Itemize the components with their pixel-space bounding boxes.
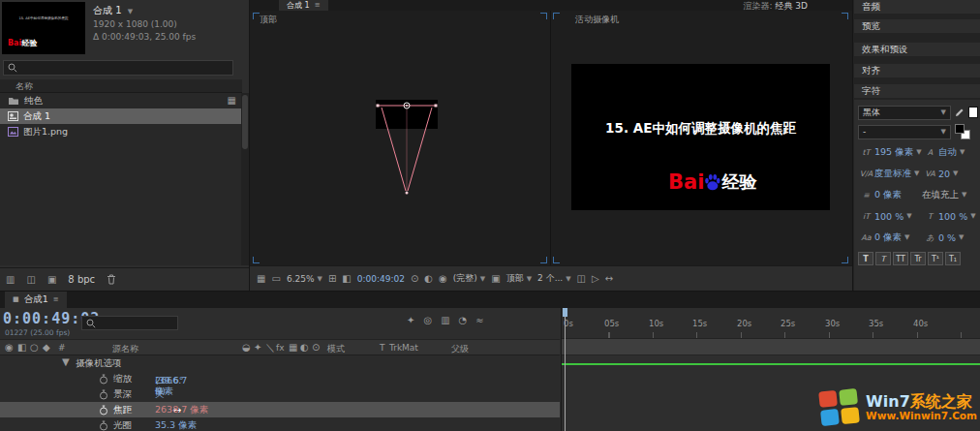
grid-guides-icon[interactable]: ⊞	[328, 274, 336, 284]
project-bit-depth[interactable]: 8 bpc	[68, 274, 95, 285]
project-search-input[interactable]	[21, 63, 215, 73]
stopwatch-icon[interactable]	[99, 420, 108, 431]
font-size-value[interactable]: 195 像素	[874, 146, 913, 159]
interpret-footage-icon[interactable]: ▥	[6, 275, 15, 285]
fill-stroke-swatches[interactable]	[955, 124, 970, 139]
time-ruler[interactable]: 0s 05s 10s 15s 20s 25s 30s 35s 40s	[562, 308, 980, 339]
property-row-aperture[interactable]: 光圈 35.3 像素	[0, 417, 560, 431]
property-value[interactable]: 35.3 像素	[155, 419, 197, 431]
list-item[interactable]: 纯色 ▦	[0, 93, 242, 108]
column-parent[interactable]: 父级	[451, 343, 469, 355]
eye-icon[interactable]: ◉	[5, 343, 14, 353]
column-trkmat[interactable]: TrkMat	[389, 343, 418, 353]
small-caps-toggle[interactable]: Tr	[910, 252, 926, 265]
property-value[interactable]: 关	[155, 388, 165, 401]
new-folder-icon[interactable]: ◫	[26, 275, 35, 285]
audio-icon[interactable]: ◧	[17, 343, 26, 353]
solo-icon[interactable]: ○	[30, 343, 39, 353]
resolution-select[interactable]: (完整)▼	[453, 272, 485, 285]
chevron-down-icon[interactable]: ▼	[128, 8, 133, 15]
current-time-indicator-head[interactable]	[563, 308, 567, 317]
eyedropper-icon[interactable]	[955, 108, 965, 117]
column-mode[interactable]: 模式	[327, 343, 345, 355]
horizontal-scale-value[interactable]: 100 %	[938, 211, 967, 222]
pixel-aspect-icon[interactable]: ◫	[577, 274, 586, 284]
frame-blending-icon[interactable]: ◔	[459, 316, 468, 325]
view-layout-select[interactable]: 2 个...▼	[537, 272, 571, 285]
property-row-dof[interactable]: 景深 关	[0, 386, 560, 402]
panel-tab-effects-presets[interactable]: 效果和预设	[854, 43, 980, 56]
panel-tab-character[interactable]: 字符	[854, 84, 980, 98]
panel-tab-preview[interactable]: 预览	[854, 19, 980, 33]
group-label[interactable]: 摄像机选项	[76, 357, 122, 370]
screen-mode-icon[interactable]: ▭	[271, 274, 280, 284]
column-index[interactable]: #	[58, 343, 66, 353]
column-t[interactable]: T	[380, 343, 385, 353]
fast-preview-icon[interactable]: ▷	[592, 274, 599, 284]
show-channel-icon[interactable]: ◉	[439, 274, 447, 284]
mask-visibility-icon[interactable]: ◧	[342, 274, 351, 284]
tracking-value[interactable]: 20	[938, 169, 950, 179]
subscript-toggle[interactable]: T₁	[945, 252, 961, 265]
superscript-toggle[interactable]: T¹	[928, 252, 943, 265]
font-family-select[interactable]: 黑体▼	[858, 106, 951, 120]
new-composition-icon[interactable]: ▣	[47, 275, 56, 285]
trash-icon[interactable]	[107, 274, 116, 285]
magnification-select[interactable]: 6.25%▼	[287, 274, 322, 284]
property-label[interactable]: 光圈	[113, 419, 132, 431]
list-item[interactable]: 合成 1	[0, 108, 242, 124]
panel-menu-icon[interactable]: ≡	[315, 2, 321, 9]
fill-color-swatch[interactable]	[968, 107, 978, 118]
font-style-select[interactable]: -▼	[858, 125, 951, 139]
composition-frame[interactable]: 15. AE中如何调整摄像机的焦距 Bai 经验	[571, 64, 830, 210]
stopwatch-icon[interactable]	[99, 405, 108, 416]
tab-timeline-composition[interactable]: ■ 合成1 ≡	[5, 292, 67, 308]
faux-italic-toggle[interactable]: T	[875, 252, 891, 265]
kerning-value[interactable]: 度量标准	[874, 168, 911, 180]
panel-tab-audio[interactable]: 音频	[854, 0, 980, 14]
name-column-header[interactable]: 名称	[15, 81, 33, 91]
motion-blur-icon[interactable]: ≈	[475, 316, 483, 325]
property-row-zoom[interactable]: 缩放 2666.7 像素 (39.6° H)	[0, 371, 560, 386]
panel-tab-align[interactable]: 对齐	[854, 64, 980, 77]
expand-arrow-icon[interactable]: ▼	[62, 357, 70, 367]
stopwatch-icon[interactable]	[99, 374, 108, 385]
timeline-search-input[interactable]	[100, 319, 168, 328]
faux-bold-toggle[interactable]: T	[858, 252, 873, 265]
project-scrollbar[interactable]	[241, 93, 249, 265]
property-row-focus-distance[interactable]: 焦距 ↔ 2638.7 像素	[0, 402, 560, 417]
leading-value[interactable]: 自动	[938, 146, 957, 159]
column-source-name[interactable]: 源名称	[112, 343, 138, 355]
viewer-timecode[interactable]: 0:00:49:02	[357, 274, 405, 284]
tab-composition[interactable]: 合成 1 ≡	[279, 0, 328, 11]
composition-mini-flowchart-icon[interactable]: ✦	[407, 316, 414, 325]
draft-3d-icon[interactable]: ◎	[423, 316, 432, 325]
3d-view-select[interactable]: 顶部▼	[506, 272, 532, 285]
hide-shy-layers-icon[interactable]: ▥	[441, 316, 449, 325]
stroke-width-value[interactable]: 0 像素	[874, 189, 902, 201]
region-of-interest-icon[interactable]: ▣	[491, 274, 500, 284]
project-search-box[interactable]	[3, 60, 233, 76]
property-label[interactable]: 焦距	[113, 404, 132, 416]
property-group-row[interactable]: ▼ 摄像机选项	[0, 355, 560, 371]
transparency-grid-icon[interactable]: ▦	[257, 274, 265, 284]
current-time-indicator[interactable]	[565, 312, 566, 431]
tsume-value[interactable]: 0 %	[938, 232, 956, 243]
lock-icon[interactable]: ◆	[43, 343, 50, 353]
camera-frustum-wireframe[interactable]	[329, 94, 484, 202]
property-label[interactable]: 缩放	[113, 373, 132, 385]
timeline-search-box[interactable]	[81, 316, 178, 330]
project-list-header[interactable]: 名称	[0, 79, 242, 93]
list-item[interactable]: 图片1.png	[0, 124, 242, 139]
property-value[interactable]: 2638.7 像素	[155, 404, 208, 416]
baseline-shift-value[interactable]: 0 像素	[874, 231, 902, 244]
all-caps-toggle[interactable]: TT	[893, 252, 908, 265]
stopwatch-icon[interactable]	[99, 389, 108, 400]
stroke-style-select[interactable]: 在填充上	[922, 189, 959, 201]
property-label[interactable]: 景深	[113, 388, 132, 401]
show-snapshot-icon[interactable]: ◐	[424, 274, 433, 284]
panel-menu-icon[interactable]: ≡	[53, 296, 59, 303]
timeline-jump-icon[interactable]: ↔	[605, 274, 613, 284]
work-area-bar[interactable]	[562, 339, 980, 355]
vertical-scale-value[interactable]: 100 %	[874, 211, 903, 222]
